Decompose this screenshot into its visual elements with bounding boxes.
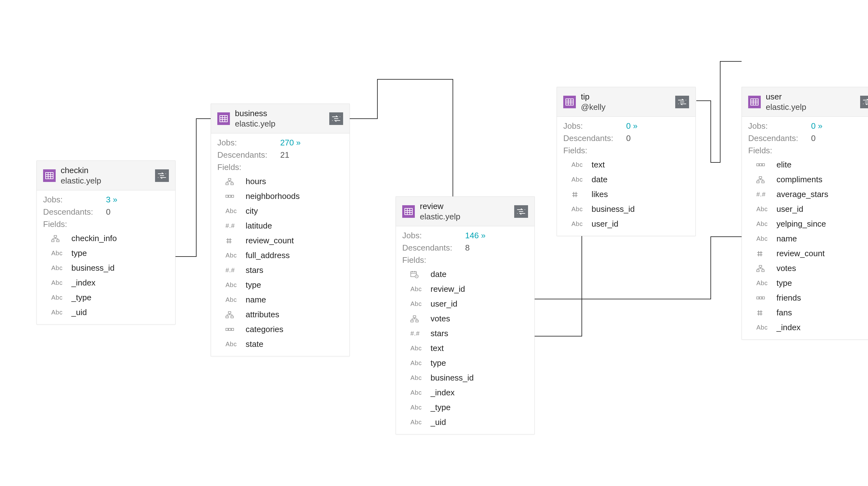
field-row[interactable]: Abctype — [217, 278, 343, 292]
jobs-link[interactable]: 0 » — [811, 121, 823, 131]
string-type-icon: Abc — [51, 279, 71, 286]
array-type-icon — [756, 163, 776, 167]
transform-button[interactable] — [514, 205, 528, 218]
field-row[interactable]: Abcname — [217, 292, 343, 307]
field-row[interactable]: #.#average_stars — [748, 187, 868, 202]
string-type-icon: Abc — [410, 374, 431, 381]
field-row[interactable]: likes — [563, 187, 689, 202]
field-row[interactable]: checkin_info — [43, 231, 169, 246]
field-row[interactable]: date — [402, 267, 528, 282]
transform-button[interactable] — [155, 169, 169, 182]
field-row[interactable]: Abcdate — [563, 172, 689, 187]
field-row[interactable]: Abcbusiness_id — [563, 202, 689, 217]
string-type-icon: Abc — [410, 389, 431, 396]
field-row[interactable]: Abcuser_id — [563, 217, 689, 231]
card-header: checkinelastic.yelp — [37, 161, 175, 191]
field-row[interactable]: Abcname — [748, 231, 868, 246]
card-body: Jobs:3 »Descendants:0Fields:checkin_info… — [37, 191, 175, 324]
svg-rect-32 — [757, 270, 759, 271]
string-type-icon: Abc — [410, 300, 431, 308]
field-name: categories — [246, 324, 283, 334]
svg-rect-0 — [45, 172, 53, 179]
field-row[interactable]: Abcstate — [217, 337, 343, 351]
field-row[interactable]: Abctext — [402, 341, 528, 356]
string-type-icon: Abc — [51, 294, 71, 301]
fields-label: Fields: — [402, 254, 528, 267]
card-body: Jobs:0 »Descendants:0Fields:AbctextAbcda… — [557, 117, 695, 236]
jobs-row: Jobs:0 » — [563, 120, 689, 132]
field-row[interactable]: votes — [748, 261, 868, 276]
field-row[interactable]: Abc_uid — [43, 305, 169, 320]
field-row[interactable]: Abcfull_address — [217, 248, 343, 263]
card-title: tip — [581, 92, 670, 102]
field-row[interactable]: Abc_uid — [402, 415, 528, 430]
transform-button[interactable] — [860, 96, 868, 108]
field-row[interactable]: Abctype — [402, 356, 528, 370]
card-header: businesselastic.yelp — [211, 104, 349, 134]
array-type-icon — [225, 327, 246, 332]
jobs-link[interactable]: 270 » — [280, 138, 301, 148]
field-row[interactable]: compliments — [748, 172, 868, 187]
field-row[interactable]: attributes — [217, 307, 343, 322]
table-icon — [217, 112, 230, 125]
card-titles: reviewelastic.yelp — [415, 201, 514, 222]
field-row[interactable]: neighborhoods — [217, 189, 343, 204]
field-row[interactable]: Abctext — [563, 158, 689, 172]
field-row[interactable]: Abc_index — [43, 276, 169, 290]
field-row[interactable]: Abcbusiness_id — [43, 261, 169, 276]
array-type-icon — [756, 296, 776, 300]
string-type-icon: Abc — [571, 220, 592, 228]
field-row[interactable]: Abcyelping_since — [748, 217, 868, 231]
svg-rect-14 — [226, 328, 228, 331]
field-row[interactable]: Abc_index — [402, 385, 528, 400]
string-type-icon: Abc — [225, 281, 246, 289]
field-row[interactable]: review_count — [748, 246, 868, 261]
jobs-link[interactable]: 146 » — [465, 231, 486, 240]
field-row[interactable]: friends — [748, 290, 868, 305]
descendants-value: 0 — [106, 207, 111, 217]
field-row[interactable]: Abcuser_id — [748, 202, 868, 217]
transform-button[interactable] — [675, 96, 689, 108]
string-type-icon: Abc — [410, 419, 431, 426]
transform-button[interactable] — [329, 112, 343, 125]
jobs-label: Jobs: — [402, 231, 465, 240]
descendants-row: Descendants:21 — [217, 149, 343, 161]
entity-card-tip[interactable]: tip@kellyJobs:0 »Descendants:0Fields:Abc… — [557, 87, 696, 236]
field-row[interactable]: elite — [748, 158, 868, 172]
string-type-icon: Abc — [756, 205, 776, 213]
string-type-icon: Abc — [410, 404, 431, 411]
field-row[interactable]: Abcbusiness_id — [402, 370, 528, 385]
svg-rect-20 — [413, 316, 416, 318]
field-row[interactable]: fans — [748, 305, 868, 320]
field-row[interactable]: hours — [217, 174, 343, 189]
descendants-value: 0 — [626, 134, 630, 143]
field-row[interactable]: Abc_index — [748, 320, 868, 335]
field-row[interactable]: votes — [402, 311, 528, 326]
svg-rect-11 — [228, 312, 231, 314]
entity-card-review[interactable]: reviewelastic.yelpJobs:146 »Descendants:… — [396, 196, 535, 434]
field-row[interactable]: Abccity — [217, 204, 343, 219]
entity-card-checkin[interactable]: checkinelastic.yelpJobs:3 »Descendants:0… — [36, 161, 176, 324]
entity-card-business[interactable]: businesselastic.yelpJobs:270 »Descendant… — [211, 104, 350, 356]
field-row[interactable]: Abc_type — [402, 400, 528, 415]
jobs-link[interactable]: 3 » — [106, 195, 117, 205]
field-row[interactable]: Abc_type — [43, 290, 169, 305]
field-row[interactable]: #.#stars — [217, 263, 343, 278]
field-row[interactable]: categories — [217, 322, 343, 337]
field-name: attributes — [246, 310, 279, 319]
field-row[interactable]: Abctype — [43, 246, 169, 261]
string-type-icon: Abc — [756, 280, 776, 287]
field-row[interactable]: Abcreview_id — [402, 282, 528, 296]
jobs-label: Jobs: — [43, 195, 106, 205]
svg-rect-27 — [762, 164, 765, 166]
card-title: business — [235, 108, 324, 119]
descendants-value: 8 — [465, 243, 469, 253]
field-row[interactable]: #.#latitude — [217, 219, 343, 233]
field-row[interactable]: Abctype — [748, 276, 868, 290]
field-row[interactable]: #.#stars — [402, 326, 528, 341]
svg-rect-8 — [226, 195, 228, 197]
jobs-link[interactable]: 0 » — [626, 121, 638, 131]
field-row[interactable]: Abcuser_id — [402, 296, 528, 311]
field-row[interactable]: review_count — [217, 233, 343, 248]
entity-card-user[interactable]: userelastic.yelpJobs:0 »Descendants:0Fie… — [742, 87, 868, 340]
